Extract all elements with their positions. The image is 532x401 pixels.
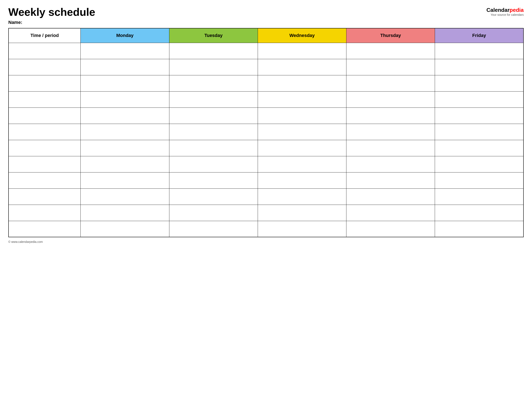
cell-row4-col3[interactable]: [258, 107, 346, 124]
cell-row1-col5[interactable]: [435, 59, 524, 75]
cell-row11-col5[interactable]: [435, 221, 524, 237]
col-header-thursday: Thursday: [346, 28, 435, 43]
cell-row3-col5[interactable]: [435, 91, 524, 107]
cell-row0-col2[interactable]: [169, 43, 258, 59]
table-row: [8, 124, 524, 140]
cell-row6-col4[interactable]: [346, 140, 435, 156]
cell-row3-col3[interactable]: [258, 91, 346, 107]
cell-row2-col3[interactable]: [258, 75, 346, 91]
cell-row5-col2[interactable]: [169, 124, 258, 140]
table-row: [8, 172, 524, 188]
cell-row8-col3[interactable]: [258, 172, 346, 188]
cell-row11-col2[interactable]: [169, 221, 258, 237]
cell-row1-col1[interactable]: [81, 59, 169, 75]
logo-text: Calendarpedia: [487, 7, 524, 13]
table-row: [8, 107, 524, 124]
cell-row9-col3[interactable]: [258, 188, 346, 205]
cell-row6-col2[interactable]: [169, 140, 258, 156]
cell-row6-col0[interactable]: [8, 140, 81, 156]
table-header-row: Time / period Monday Tuesday Wednesday T…: [8, 28, 524, 43]
cell-row10-col0[interactable]: [8, 205, 81, 221]
cell-row6-col5[interactable]: [435, 140, 524, 156]
cell-row8-col4[interactable]: [346, 172, 435, 188]
cell-row10-col2[interactable]: [169, 205, 258, 221]
cell-row4-col5[interactable]: [435, 107, 524, 124]
cell-row10-col1[interactable]: [81, 205, 169, 221]
cell-row8-col1[interactable]: [81, 172, 169, 188]
cell-row3-col4[interactable]: [346, 91, 435, 107]
table-row: [8, 140, 524, 156]
cell-row9-col0[interactable]: [8, 188, 81, 205]
cell-row1-col3[interactable]: [258, 59, 346, 75]
cell-row1-col4[interactable]: [346, 59, 435, 75]
cell-row0-col4[interactable]: [346, 43, 435, 59]
table-row: [8, 188, 524, 205]
col-header-wednesday: Wednesday: [258, 28, 346, 43]
cell-row5-col1[interactable]: [81, 124, 169, 140]
cell-row7-col2[interactable]: [169, 156, 258, 172]
cell-row7-col3[interactable]: [258, 156, 346, 172]
cell-row1-col0[interactable]: [8, 59, 81, 75]
logo-calendar: Calendar: [487, 7, 510, 13]
logo-section: Calendarpedia Your source for calendars: [487, 7, 524, 16]
cell-row3-col2[interactable]: [169, 91, 258, 107]
cell-row8-col2[interactable]: [169, 172, 258, 188]
cell-row10-col3[interactable]: [258, 205, 346, 221]
schedule-table: Time / period Monday Tuesday Wednesday T…: [8, 28, 524, 237]
cell-row2-col2[interactable]: [169, 75, 258, 91]
col-header-friday: Friday: [435, 28, 524, 43]
footer: © www.calendarpedia.com: [8, 240, 524, 243]
cell-row7-col0[interactable]: [8, 156, 81, 172]
cell-row0-col1[interactable]: [81, 43, 169, 59]
cell-row3-col0[interactable]: [8, 91, 81, 107]
cell-row10-col4[interactable]: [346, 205, 435, 221]
cell-row2-col4[interactable]: [346, 75, 435, 91]
cell-row11-col4[interactable]: [346, 221, 435, 237]
page-header: Weekly schedule Name: Calendarpedia Your…: [8, 6, 524, 25]
logo-tagline: Your source for calendars: [491, 13, 524, 16]
cell-row5-col5[interactable]: [435, 124, 524, 140]
cell-row11-col1[interactable]: [81, 221, 169, 237]
table-row: [8, 221, 524, 237]
page-title: Weekly schedule: [8, 6, 95, 18]
cell-row11-col0[interactable]: [8, 221, 81, 237]
col-header-time: Time / period: [8, 28, 81, 43]
cell-row7-col4[interactable]: [346, 156, 435, 172]
cell-row2-col0[interactable]: [8, 75, 81, 91]
cell-row7-col5[interactable]: [435, 156, 524, 172]
cell-row0-col3[interactable]: [258, 43, 346, 59]
cell-row8-col0[interactable]: [8, 172, 81, 188]
cell-row2-col1[interactable]: [81, 75, 169, 91]
cell-row9-col2[interactable]: [169, 188, 258, 205]
table-row: [8, 43, 524, 59]
cell-row11-col3[interactable]: [258, 221, 346, 237]
cell-row5-col0[interactable]: [8, 124, 81, 140]
cell-row0-col0[interactable]: [8, 43, 81, 59]
footer-url: © www.calendarpedia.com: [8, 240, 43, 243]
title-section: Weekly schedule Name:: [8, 6, 95, 25]
table-row: [8, 75, 524, 91]
cell-row2-col5[interactable]: [435, 75, 524, 91]
cell-row9-col1[interactable]: [81, 188, 169, 205]
cell-row1-col2[interactable]: [169, 59, 258, 75]
cell-row6-col3[interactable]: [258, 140, 346, 156]
cell-row8-col5[interactable]: [435, 172, 524, 188]
name-label: Name:: [8, 20, 95, 25]
table-row: [8, 91, 524, 107]
cell-row5-col4[interactable]: [346, 124, 435, 140]
logo-pedia: pedia: [510, 7, 524, 13]
cell-row10-col5[interactable]: [435, 205, 524, 221]
cell-row9-col4[interactable]: [346, 188, 435, 205]
col-header-tuesday: Tuesday: [169, 28, 258, 43]
cell-row4-col2[interactable]: [169, 107, 258, 124]
cell-row5-col3[interactable]: [258, 124, 346, 140]
cell-row6-col1[interactable]: [81, 140, 169, 156]
cell-row9-col5[interactable]: [435, 188, 524, 205]
cell-row0-col5[interactable]: [435, 43, 524, 59]
cell-row7-col1[interactable]: [81, 156, 169, 172]
table-row: [8, 156, 524, 172]
cell-row4-col0[interactable]: [8, 107, 81, 124]
cell-row3-col1[interactable]: [81, 91, 169, 107]
cell-row4-col4[interactable]: [346, 107, 435, 124]
cell-row4-col1[interactable]: [81, 107, 169, 124]
